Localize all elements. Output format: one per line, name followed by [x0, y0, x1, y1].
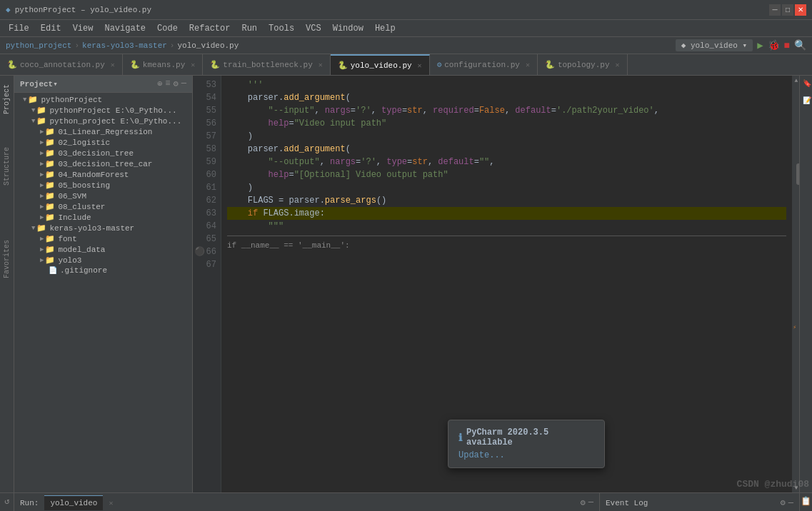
run-button[interactable]: ▶	[757, 39, 763, 51]
tab-close-train[interactable]: ✕	[319, 61, 323, 69]
project-close-icon[interactable]: ─	[181, 79, 186, 89]
line-numbers: 53 54 55 56 57 58 59 60 61 62 63 64 65 ⚫…	[193, 76, 221, 492]
tree-item-04[interactable]: ▶ 📁 04_RandomForest	[14, 169, 192, 180]
tree-item-pythonproject-e[interactable]: ▼ 📁 pythonProject E:\0_Pytho...	[14, 105, 192, 116]
tab-kmeans[interactable]: 🐍 kmeans.py ✕	[123, 54, 203, 75]
tab-close-yolo[interactable]: ✕	[418, 61, 422, 70]
tree-item-keras[interactable]: ▼ 📁 keras-yolo3-master	[14, 223, 192, 233]
debug-button[interactable]: 🐞	[768, 39, 780, 51]
run-tab-name[interactable]: yolo_video	[44, 495, 103, 510]
event-log-gear-icon[interactable]: ⚙	[781, 497, 786, 508]
stop-button[interactable]: ■	[784, 40, 790, 51]
code-line-57: )	[227, 130, 786, 143]
bottom-code-line: if __name__ == '__main__':	[227, 236, 786, 252]
sidebar-tab-structure[interactable]: Structure	[1, 141, 12, 191]
notification-info-icon: ℹ	[458, 432, 462, 444]
project-header: Project▾ ⊕ ≡ ⚙ ─	[14, 76, 192, 93]
editor-scrollbar[interactable]: ▲ ⚡ ▼	[792, 76, 799, 492]
code-line-62: )	[227, 181, 786, 194]
tree-item-06[interactable]: ▶ 📁 06_SVM	[14, 191, 192, 201]
tab-yolo-video[interactable]: 🐍 yolo_video.py ✕	[331, 54, 430, 75]
menu-run[interactable]: Run	[236, 22, 263, 35]
menu-refactor[interactable]: Refactor	[184, 22, 236, 35]
tab-close-kmeans[interactable]: ✕	[191, 61, 195, 69]
bottom-panel: ↺ ▲ ▼ ■ ≡ ⇪ 🗑 ⚙ Run: yolo_video ✕ ⚙ ─ "D…	[0, 492, 812, 511]
right-sidebar: 🔖 📝	[799, 76, 812, 492]
tab-icon: 🐍	[7, 60, 17, 69]
rs-bookmark-icon[interactable]: 🔖	[802, 79, 810, 87]
project-label: Project▾	[20, 79, 58, 88]
watermark: CSDN @zhudi08	[737, 479, 809, 490]
code-line-60: "--output", nargs='?', type=str, default…	[227, 156, 786, 168]
titlebar: ◆ pythonProject – yolo_video.py ─ □ ✕	[0, 0, 812, 20]
tab-close-config[interactable]: ✕	[526, 61, 530, 69]
code-line-66: if FLAGS.image:	[227, 207, 786, 220]
tree-item-include[interactable]: ▶ 📁 Include	[14, 212, 192, 223]
breadcrumb-file[interactable]: yolo_video.py	[177, 41, 239, 50]
notification-update-link[interactable]: Update...	[458, 450, 594, 460]
menu-window[interactable]: Window	[327, 22, 369, 35]
notification-popup: ℹ PyCharm 2020.3.5 available Update...	[448, 420, 605, 468]
run-config-dropdown[interactable]: ◆ yolo_video ▾	[676, 39, 753, 51]
tree-item-font[interactable]: ▶ 📁 font	[14, 233, 192, 244]
tree-item-03car[interactable]: ▶ 📁 03_decision_tree_car	[14, 158, 192, 169]
menu-code[interactable]: Code	[151, 22, 184, 35]
tab-icon: 🐍	[338, 61, 348, 70]
tree-item-yolo3[interactable]: ▶ 📁 yolo3	[14, 255, 192, 265]
breadcrumb-project[interactable]: python_project	[6, 41, 71, 50]
tree-item-02[interactable]: ▶ 📁 02_logistic	[14, 137, 192, 148]
project-gear-icon[interactable]: ⚙	[174, 79, 179, 89]
sidebar-tabs: Project Structure Favorites	[0, 76, 14, 492]
tab-icon: ⚙	[437, 60, 442, 69]
tree-item-model-data[interactable]: ▶ 📁 model_data	[14, 244, 192, 255]
run-panel-header: Run: yolo_video ✕ ⚙ ─	[14, 493, 599, 511]
run-panel-controls: ↺ ▲ ▼ ■ ≡ ⇪ 🗑 ⚙	[0, 493, 14, 511]
event-log-side: 📋 ⚠ 🔧	[799, 493, 812, 511]
tree-item-pythonproject[interactable]: ▼ 📁 pythonProject	[14, 94, 192, 105]
code-line-54: parser.add_argument(	[227, 91, 786, 104]
event-log-minimize-icon[interactable]: ─	[788, 498, 793, 508]
menu-help[interactable]: Help	[369, 22, 401, 35]
tab-close-coco[interactable]: ✕	[111, 61, 115, 69]
menu-view[interactable]: View	[67, 22, 99, 35]
tree-item-08[interactable]: ▶ 📁 08_cluster	[14, 201, 192, 212]
menu-edit[interactable]: Edit	[35, 22, 67, 35]
code-line-55: "--input", nargs='?', type=str, required…	[227, 104, 786, 117]
tab-close-topology[interactable]: ✕	[616, 61, 620, 69]
sidebar-tab-project[interactable]: Project	[1, 79, 12, 120]
sidebar-tab-favorites[interactable]: Favorites	[1, 234, 12, 284]
run-restart-icon[interactable]: ↺	[4, 496, 9, 507]
tree-item-gitignore[interactable]: 📄 .gitignore	[14, 265, 192, 275]
tab-train-bottleneck[interactable]: 🐍 train_bottleneck.py ✕	[203, 54, 330, 75]
run-minimize-icon[interactable]: ─	[588, 497, 593, 508]
tab-coco-annotation[interactable]: 🐍 coco_annotation.py ✕	[0, 54, 123, 75]
tree-item-01[interactable]: ▶ 📁 01_Linear_Regression	[14, 126, 192, 137]
tree-item-03[interactable]: ▶ 📁 03_decision_tree	[14, 148, 192, 158]
menubar: File Edit View Navigate Code Refactor Ru…	[0, 20, 812, 37]
tab-icon: 🐍	[130, 60, 140, 69]
code-line-67: """	[227, 220, 786, 233]
breadcrumb-folder[interactable]: keras-yolo3-master	[82, 41, 167, 50]
tab-configuration[interactable]: ⚙ configuration.py ✕	[430, 54, 538, 75]
minimize-button[interactable]: ─	[769, 4, 781, 16]
menu-vcs[interactable]: VCS	[300, 22, 327, 35]
menu-navigate[interactable]: Navigate	[99, 22, 151, 35]
project-locate-icon[interactable]: ⊕	[157, 79, 162, 89]
close-button[interactable]: ✕	[795, 4, 806, 16]
run-label: Run:	[20, 499, 39, 507]
run-tab-close-button[interactable]: ✕	[109, 499, 113, 507]
menu-tools[interactable]: Tools	[263, 22, 300, 35]
notification-title: ℹ PyCharm 2020.3.5 available	[458, 427, 594, 447]
project-scroll-icon[interactable]: ≡	[165, 79, 170, 89]
event-side-icon-1[interactable]: 📋	[801, 496, 811, 507]
run-gear-icon[interactable]: ⚙	[581, 497, 586, 508]
tree-item-python-project-e[interactable]: ▼ 📁 python_project E:\0_Pytho...	[14, 116, 192, 126]
tree-item-05[interactable]: ▶ 📁 05_boosting	[14, 180, 192, 191]
event-log-header: Event Log ⚙ ─	[600, 493, 799, 511]
search-button[interactable]: 🔍	[794, 39, 806, 51]
tab-topology[interactable]: 🐍 topology.py ✕	[538, 54, 628, 75]
rs-todo-icon[interactable]: 📝	[802, 96, 810, 104]
menu-file[interactable]: File	[3, 22, 35, 35]
maximize-button[interactable]: □	[782, 4, 793, 16]
event-log-title: Event Log	[606, 499, 778, 507]
